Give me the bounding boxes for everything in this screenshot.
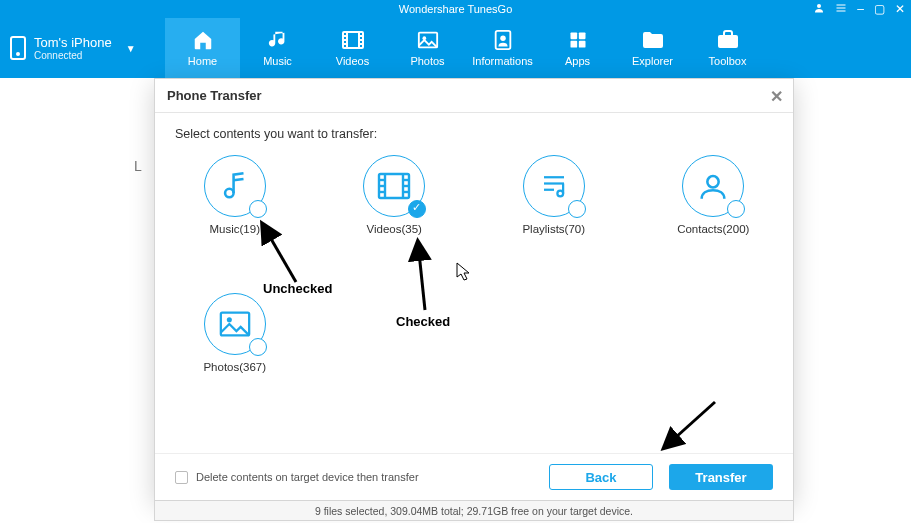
nav-label: Informations xyxy=(472,55,533,67)
nav-label: Photos xyxy=(410,55,444,67)
playlist-icon xyxy=(537,171,571,201)
phone-icon xyxy=(10,36,26,60)
apps-icon xyxy=(565,29,591,51)
svg-rect-1 xyxy=(837,4,846,5)
checkbox-unchecked[interactable] xyxy=(249,200,267,218)
instruction-text: Select contents you want to transfer: xyxy=(175,127,773,141)
nav-informations[interactable]: Informations xyxy=(465,18,540,78)
phone-transfer-modal: Phone Transfer ✕ Select contents you wan… xyxy=(154,78,794,501)
modal-title: Phone Transfer xyxy=(167,88,262,103)
checkbox-unchecked[interactable] xyxy=(568,200,586,218)
device-status: Connected xyxy=(34,50,112,61)
content-photos[interactable]: Photos(367) xyxy=(203,293,266,413)
background-text: L xyxy=(134,158,142,174)
delete-checkbox[interactable] xyxy=(175,471,188,484)
nav-label: Toolbox xyxy=(709,55,747,67)
nav-explorer[interactable]: Explorer xyxy=(615,18,690,78)
nav-label: Apps xyxy=(565,55,590,67)
minimize-icon[interactable]: – xyxy=(857,2,864,16)
app-title: Wondershare TunesGo xyxy=(399,3,513,15)
film-icon xyxy=(340,29,366,51)
content-playlists[interactable]: Playlists(70) xyxy=(522,155,585,275)
nav-label: Music xyxy=(263,55,292,67)
nav-apps[interactable]: Apps xyxy=(540,18,615,78)
close-window-icon[interactable]: ✕ xyxy=(895,2,905,16)
item-label: Music(19) xyxy=(210,223,260,235)
content-contacts[interactable]: Contacts(200) xyxy=(677,155,749,275)
svg-rect-2 xyxy=(837,7,846,8)
svg-rect-21 xyxy=(718,35,738,48)
nav-videos[interactable]: Videos xyxy=(315,18,390,78)
nav-label: Home xyxy=(188,55,217,67)
content-videos[interactable]: Videos(35) xyxy=(363,155,425,275)
contact-icon xyxy=(696,169,730,203)
user-icon[interactable] xyxy=(813,2,825,17)
checkbox-unchecked[interactable] xyxy=(249,338,267,356)
svg-rect-20 xyxy=(578,41,585,48)
device-name: Tom's iPhone xyxy=(34,35,112,50)
cursor-icon xyxy=(456,262,472,282)
chevron-down-icon: ▼ xyxy=(126,43,136,54)
modal-header: Phone Transfer ✕ xyxy=(155,79,793,113)
menu-icon[interactable] xyxy=(835,2,847,17)
device-selector[interactable]: Tom's iPhone Connected ▼ xyxy=(0,18,165,78)
svg-rect-19 xyxy=(570,41,577,48)
home-icon xyxy=(190,29,216,51)
nav-photos[interactable]: Photos xyxy=(390,18,465,78)
status-bar: 9 files selected, 309.04MB total; 29.71G… xyxy=(154,501,794,521)
title-bar: Wondershare TunesGo – ▢ ✕ xyxy=(0,0,911,18)
item-label: Videos(35) xyxy=(367,223,422,235)
svg-point-16 xyxy=(500,35,506,41)
svg-point-0 xyxy=(817,4,821,8)
film-icon xyxy=(376,171,412,201)
contacts-icon xyxy=(490,29,516,51)
nav-home[interactable]: Home xyxy=(165,18,240,78)
svg-point-36 xyxy=(708,176,719,187)
nav-toolbox[interactable]: Toolbox xyxy=(690,18,765,78)
status-text: 9 files selected, 309.04MB total; 29.71G… xyxy=(315,505,633,517)
delete-label: Delete contents on target device then tr… xyxy=(196,471,419,483)
music-note-icon xyxy=(218,169,252,203)
close-icon[interactable]: ✕ xyxy=(770,87,783,106)
nav-music[interactable]: Music xyxy=(240,18,315,78)
item-label: Contacts(200) xyxy=(677,223,749,235)
item-label: Photos(367) xyxy=(203,361,266,373)
photo-icon xyxy=(218,309,252,339)
svg-rect-18 xyxy=(578,33,585,40)
folder-icon xyxy=(640,29,666,51)
maximize-icon[interactable]: ▢ xyxy=(874,2,885,16)
svg-point-38 xyxy=(227,317,232,322)
photos-icon xyxy=(415,29,441,51)
content-music[interactable]: Music(19) xyxy=(204,155,266,275)
item-label: Playlists(70) xyxy=(522,223,585,235)
transfer-button[interactable]: Transfer xyxy=(669,464,773,490)
back-button[interactable]: Back xyxy=(549,464,653,490)
svg-rect-3 xyxy=(837,10,846,11)
nav-label: Explorer xyxy=(632,55,673,67)
nav-label: Videos xyxy=(336,55,369,67)
modal-footer: Delete contents on target device then tr… xyxy=(155,453,793,500)
checkbox-unchecked[interactable] xyxy=(727,200,745,218)
music-icon xyxy=(265,29,291,51)
briefcase-icon xyxy=(715,29,741,51)
checkbox-checked[interactable] xyxy=(408,200,426,218)
svg-rect-17 xyxy=(570,33,577,40)
top-nav: Tom's iPhone Connected ▼ Home Music Vide… xyxy=(0,18,911,78)
